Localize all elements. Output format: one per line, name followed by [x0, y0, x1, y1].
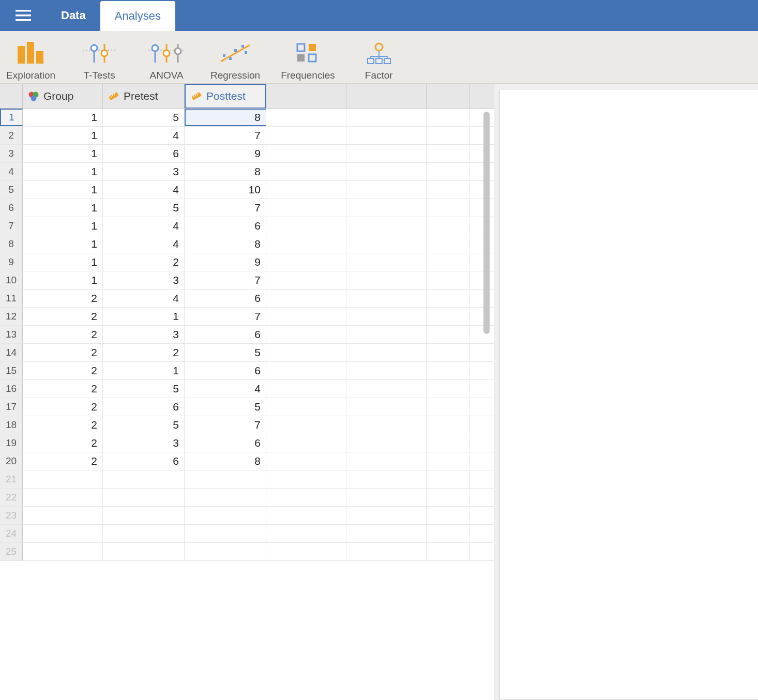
ribbon-ttests[interactable]: T-Tests — [76, 35, 123, 81]
cell-posttest[interactable]: 5 — [185, 398, 266, 416]
cell-group[interactable]: 1 — [23, 253, 103, 271]
cell-blank[interactable] — [427, 543, 469, 560]
cell-posttest[interactable]: 8 — [185, 235, 266, 253]
cell-blank[interactable] — [266, 253, 346, 271]
cell-blank[interactable] — [266, 470, 346, 488]
cell-group[interactable]: 1 — [23, 163, 103, 180]
cell-blank[interactable] — [427, 489, 469, 506]
cell-blank[interactable] — [427, 525, 469, 542]
cell-blank[interactable] — [346, 145, 427, 162]
cell-posttest[interactable]: 8 — [185, 109, 266, 126]
cell-blank[interactable] — [266, 380, 346, 398]
cell-posttest[interactable]: 7 — [185, 308, 266, 325]
cell-blank[interactable] — [266, 308, 346, 325]
row-header[interactable]: 6 — [0, 199, 23, 217]
cell-blank[interactable] — [346, 470, 427, 488]
cell-blank[interactable] — [266, 362, 346, 379]
cell-blank[interactable] — [23, 507, 103, 524]
cell-blank[interactable] — [346, 127, 427, 144]
cell-blank[interactable] — [427, 434, 469, 452]
row-header[interactable]: 13 — [0, 326, 23, 343]
row-header[interactable]: 2 — [0, 127, 23, 144]
cell-blank[interactable] — [266, 452, 346, 470]
cell-group[interactable]: 2 — [23, 290, 103, 307]
cell-pretest[interactable]: 3 — [103, 326, 185, 343]
cell-blank[interactable] — [427, 507, 469, 524]
ribbon-factor[interactable]: Factor — [356, 35, 402, 81]
cell-pretest[interactable]: 5 — [103, 416, 185, 434]
column-header-blank[interactable] — [346, 84, 427, 108]
cell-blank[interactable] — [427, 290, 469, 307]
cell-blank[interactable] — [266, 271, 346, 289]
cell-blank[interactable] — [427, 362, 469, 379]
row-header[interactable]: 10 — [0, 271, 23, 289]
cell-blank[interactable] — [23, 470, 103, 488]
ribbon-regression[interactable]: Regression — [210, 35, 260, 81]
cell-posttest[interactable]: 8 — [185, 452, 266, 470]
cell-pretest[interactable]: 1 — [103, 362, 185, 379]
cell-pretest[interactable]: 4 — [103, 290, 185, 307]
row-header[interactable]: 8 — [0, 235, 23, 253]
cell-blank[interactable] — [266, 235, 346, 253]
scroll-thumb[interactable] — [483, 112, 490, 334]
cell-posttest[interactable]: 6 — [185, 362, 266, 379]
cell-blank[interactable] — [266, 181, 346, 199]
cell-blank[interactable] — [185, 507, 266, 524]
cell-pretest[interactable]: 3 — [103, 271, 185, 289]
cell-blank[interactable] — [346, 181, 427, 199]
cell-blank[interactable] — [427, 235, 469, 253]
menu-button[interactable] — [0, 0, 47, 31]
cell-blank[interactable] — [266, 434, 346, 452]
cell-blank[interactable] — [346, 271, 427, 289]
cell-group[interactable]: 1 — [23, 235, 103, 253]
cell-posttest[interactable]: 10 — [185, 181, 266, 199]
cell-blank[interactable] — [346, 416, 427, 434]
cell-blank[interactable] — [427, 398, 469, 416]
cell-pretest[interactable]: 6 — [103, 145, 185, 162]
cell-posttest[interactable]: 7 — [185, 127, 266, 144]
cell-pretest[interactable]: 4 — [103, 127, 185, 144]
cell-blank[interactable] — [266, 416, 346, 434]
cell-blank[interactable] — [427, 416, 469, 434]
cell-group[interactable]: 1 — [23, 199, 103, 217]
cell-blank[interactable] — [266, 163, 346, 180]
cell-pretest[interactable]: 5 — [103, 109, 185, 126]
cell-group[interactable]: 2 — [23, 398, 103, 416]
cell-blank[interactable] — [346, 398, 427, 416]
cell-group[interactable]: 1 — [23, 181, 103, 199]
cell-posttest[interactable]: 7 — [185, 199, 266, 217]
cell-group[interactable]: 2 — [23, 452, 103, 470]
row-header[interactable]: 15 — [0, 362, 23, 379]
cell-blank[interactable] — [266, 145, 346, 162]
cell-blank[interactable] — [346, 199, 427, 217]
cell-group[interactable]: 2 — [23, 416, 103, 434]
cell-blank[interactable] — [23, 489, 103, 506]
cell-blank[interactable] — [346, 452, 427, 470]
cell-posttest[interactable]: 6 — [185, 217, 266, 235]
cell-blank[interactable] — [266, 290, 346, 307]
row-header[interactable]: 16 — [0, 380, 23, 398]
row-header[interactable]: 24 — [0, 525, 23, 542]
row-header[interactable]: 14 — [0, 344, 23, 361]
ribbon-exploration[interactable]: Exploration — [6, 35, 55, 81]
cell-blank[interactable] — [266, 199, 346, 217]
cell-group[interactable]: 2 — [23, 434, 103, 452]
cell-blank[interactable] — [266, 127, 346, 144]
row-header[interactable]: 25 — [0, 543, 23, 560]
row-header[interactable]: 11 — [0, 290, 23, 307]
cell-posttest[interactable]: 6 — [185, 290, 266, 307]
cell-posttest[interactable]: 9 — [185, 145, 266, 162]
row-header[interactable]: 17 — [0, 398, 23, 416]
ribbon-anova[interactable]: ANOVA — [143, 35, 190, 81]
cell-posttest[interactable]: 4 — [185, 380, 266, 398]
cell-pretest[interactable]: 6 — [103, 452, 185, 470]
cell-pretest[interactable]: 2 — [103, 344, 185, 361]
cell-blank[interactable] — [427, 199, 469, 217]
cell-posttest[interactable]: 6 — [185, 326, 266, 343]
cell-blank[interactable] — [346, 362, 427, 379]
row-header[interactable]: 3 — [0, 145, 23, 162]
cell-blank[interactable] — [103, 489, 185, 506]
row-header[interactable]: 19 — [0, 434, 23, 452]
vertical-scrollbar[interactable] — [483, 112, 490, 432]
cell-blank[interactable] — [103, 543, 185, 560]
